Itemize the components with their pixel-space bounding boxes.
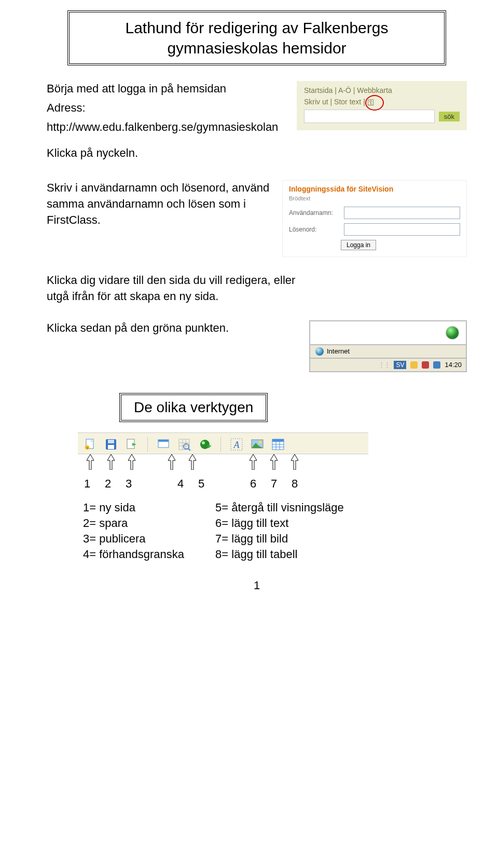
svg-marker-35 <box>128 454 135 470</box>
toolbar-arrows <box>78 454 368 470</box>
password-label: Lösenord: <box>289 226 341 233</box>
green-dot-instructions: Klicka sedan på den gröna punkten. <box>47 320 229 336</box>
svg-rect-5 <box>108 440 114 443</box>
intro-line-4: Klicka på nyckeln. <box>47 145 286 161</box>
login-key-button[interactable]: ⚿ <box>367 98 375 106</box>
svg-line-17 <box>188 449 190 451</box>
add-image-icon[interactable] <box>250 437 265 452</box>
screenshot-login-form: Inloggningssida för SiteVision Brödtext … <box>282 180 467 257</box>
document-page: Lathund för redigering av Falkenbergs gy… <box>0 0 498 613</box>
number-4: 4 <box>177 477 198 491</box>
svg-text:✶: ✶ <box>86 446 89 450</box>
intro-row: Börja med att logga in på hemsidan Adres… <box>47 81 467 165</box>
intro-line-2: Adress: <box>47 100 286 116</box>
nav-link-skriv-ut[interactable]: Skriv ut <box>304 98 328 106</box>
svg-point-19 <box>202 441 205 444</box>
svg-point-18 <box>200 440 210 449</box>
svg-marker-34 <box>107 454 115 470</box>
nav-link-webbkarta[interactable]: Webbkarta <box>357 86 392 94</box>
login-form-header: Inloggningssida för SiteVision <box>289 185 460 193</box>
arrow-icon <box>164 454 179 470</box>
tools-heading: De olika verktygen <box>119 393 268 422</box>
nav-link-stor-text[interactable]: Stor text <box>334 98 361 106</box>
number-6: 6 <box>250 477 271 491</box>
svg-point-16 <box>184 444 189 449</box>
add-table-icon[interactable] <box>271 437 285 452</box>
intro-line-1: Börja med att logga in på hemsidan <box>47 81 286 97</box>
save-icon[interactable] <box>104 437 118 452</box>
new-page-icon[interactable]: ✶ <box>83 437 98 452</box>
arrow-icon <box>246 454 260 470</box>
username-label: Användarnamn: <box>289 209 341 216</box>
number-5: 5 <box>198 477 219 491</box>
clock: 14:20 <box>445 361 462 369</box>
tray-icon-3[interactable] <box>433 361 440 369</box>
arrow-icon <box>185 454 200 470</box>
arrow-icon <box>104 454 118 470</box>
toolbar-legend: 1= ny sida 2= spara 3= publicera 4= förh… <box>83 501 467 563</box>
legend-right-column: 5= återgå till visningsläge 6= lägg till… <box>215 501 344 563</box>
page-title: Lathund för redigering av Falkenbergs gy… <box>67 10 446 65</box>
username-input[interactable] <box>344 207 460 219</box>
screenshot-toolbar: ✶ A <box>78 432 368 454</box>
search-button[interactable]: sök <box>439 112 460 121</box>
language-indicator[interactable]: SV <box>394 361 406 369</box>
svg-marker-33 <box>87 454 94 470</box>
number-7: 7 <box>271 477 292 491</box>
number-8: 8 <box>292 477 312 491</box>
number-2: 2 <box>105 477 126 491</box>
svg-rect-6 <box>108 445 114 449</box>
svg-marker-38 <box>250 454 257 470</box>
password-input[interactable] <box>344 223 460 236</box>
internet-label: Internet <box>327 347 350 355</box>
legend-item-6: 6= lägg till text <box>215 517 344 530</box>
legend-item-4: 4= förhandsgranska <box>83 548 184 561</box>
legend-item-3: 3= publicera <box>83 532 184 546</box>
tray-icon-1[interactable] <box>410 361 418 369</box>
legend-item-1: 1= ny sida <box>83 501 184 514</box>
login-form-subheader: Brödtext <box>289 195 460 201</box>
svg-marker-40 <box>291 454 298 470</box>
toolbar-numbers: 1 2 3 4 5 6 7 8 <box>84 477 467 491</box>
add-text-icon[interactable]: A <box>229 437 244 452</box>
svg-marker-39 <box>270 454 278 470</box>
intro-line-3: http://www.edu.falkenberg.se/gymnasiesko… <box>47 119 286 135</box>
arrow-icon <box>267 454 281 470</box>
nav-link-startsida[interactable]: Startsida <box>304 86 333 94</box>
search-input[interactable] <box>304 110 435 123</box>
svg-rect-21 <box>209 444 210 448</box>
arrow-icon <box>125 454 139 470</box>
svg-rect-28 <box>272 439 284 442</box>
tray-icon-2[interactable] <box>422 361 429 369</box>
page-number: 1 <box>47 579 467 592</box>
svg-text:A: A <box>233 440 240 450</box>
legend-item-5: 5= återgå till visningsläge <box>215 501 344 514</box>
legend-item-7: 7= lägg till bild <box>215 532 344 546</box>
legend-item-8: 8= lägg till tabell <box>215 548 344 561</box>
navigate-instructions: Klicka dig vidare till den sida du vill … <box>47 273 316 305</box>
number-1: 1 <box>84 477 105 491</box>
arrow-icon <box>287 454 302 470</box>
login-button[interactable]: Logga in <box>341 240 376 250</box>
green-dot-row: Klicka sedan på den gröna punkten. Inter… <box>47 320 467 372</box>
green-add-icon[interactable] <box>198 437 212 452</box>
screenshot-nav-panel: Startsida | A-Ö | Webbkarta Skriv ut | S… <box>297 81 467 130</box>
nav-link-a-o[interactable]: A-Ö <box>338 86 351 94</box>
green-orb-icon[interactable] <box>446 327 459 339</box>
legend-left-column: 1= ny sida 2= spara 3= publicera 4= förh… <box>83 501 184 563</box>
view-mode-icon[interactable] <box>177 437 191 452</box>
arrow-icon <box>83 454 98 470</box>
number-3: 3 <box>126 477 146 491</box>
preview-icon[interactable] <box>156 437 171 452</box>
login-instructions-text: Skriv i användarnamn och lösenord, använ… <box>47 180 272 228</box>
svg-marker-37 <box>189 454 196 470</box>
svg-rect-10 <box>158 440 169 442</box>
legend-item-2: 2= spara <box>83 517 184 530</box>
svg-marker-36 <box>168 454 175 470</box>
svg-point-26 <box>258 441 261 444</box>
highlight-circle <box>365 95 384 111</box>
login-instructions-row: Skriv i användarnamn och lösenord, använ… <box>47 180 467 257</box>
globe-icon <box>315 347 324 356</box>
taskbar-grip: ⋮⋮ <box>378 361 390 369</box>
publish-icon[interactable] <box>125 437 139 452</box>
